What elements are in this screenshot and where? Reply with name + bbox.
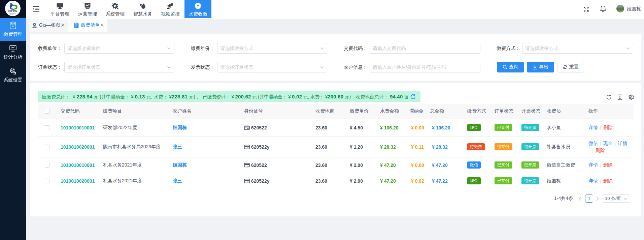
svg-text:瑞恩电气: 瑞恩电气 (9, 12, 16, 14)
svg-text:RIEON: RIEON (8, 9, 17, 13)
